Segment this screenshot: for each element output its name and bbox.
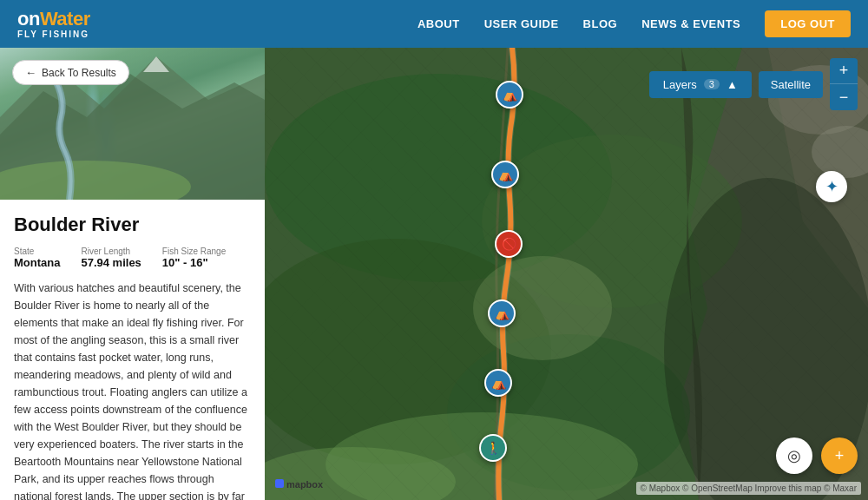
mapbox-logo: mapbox [275, 476, 327, 493]
length-label: River Length [81, 247, 141, 256]
plus-icon: + [835, 447, 845, 465]
back-button-label: Back To Results [42, 67, 116, 79]
main-nav: ABOUT USER GUIDE BLOG NEWS & EVENTS LOG … [418, 10, 851, 37]
satellite-button[interactable]: Satellite [759, 71, 823, 98]
stat-fish-size: Fish Size Range 10" - 16" [162, 247, 226, 269]
compass-button[interactable]: ✦ [816, 171, 847, 202]
map-marker-camping-2[interactable]: ⛺ [491, 161, 519, 188]
map-marker-camping-3[interactable]: ⛺ [488, 299, 516, 327]
info-section: Boulder River State Montana River Length… [0, 200, 265, 500]
add-button[interactable]: + [821, 438, 858, 474]
nav-user-guide[interactable]: USER GUIDE [484, 17, 559, 30]
bottom-right-controls: ◎ + [776, 438, 858, 474]
main-content: ← Back To Results Boulder River State Mo… [0, 48, 868, 500]
map-marker-hiking[interactable]: 🚶 [479, 434, 507, 462]
svg-text:mapbox: mapbox [286, 479, 324, 490]
layers-button[interactable]: Layers 3 ▲ [649, 71, 752, 98]
svg-rect-19 [275, 479, 284, 488]
map-controls-top: Layers 3 ▲ Satellite + − [649, 58, 858, 110]
zoom-out-button[interactable]: − [830, 84, 858, 110]
map-panel[interactable]: ⛺ ⛺ 🚫 ⛺ ⛺ 🚶 Layers 3 ▲ Satellite [265, 48, 868, 500]
river-title: Boulder River [14, 214, 251, 236]
state-value: Montana [14, 256, 60, 269]
logo-subtitle: FLY FISHING [17, 30, 90, 39]
map-marker-camping-4[interactable]: ⛺ [484, 369, 512, 397]
logout-button[interactable]: LOG OUT [765, 10, 851, 37]
state-label: State [14, 247, 60, 256]
stat-length: River Length 57.94 miles [81, 247, 141, 269]
river-image: ← Back To Results [0, 48, 265, 200]
layers-count: 3 [704, 79, 720, 89]
layers-chevron-icon: ▲ [727, 78, 738, 91]
fish-size-value: 10" - 16" [162, 256, 226, 269]
nav-blog[interactable]: BLOG [583, 17, 618, 30]
zoom-in-button[interactable]: + [830, 58, 858, 84]
zoom-controls: + − [830, 58, 858, 110]
left-panel: ← Back To Results Boulder River State Mo… [0, 48, 265, 500]
location-button[interactable]: ◎ [776, 438, 812, 474]
back-arrow-icon: ← [25, 66, 36, 79]
layers-label: Layers [663, 78, 697, 91]
length-value: 57.94 miles [81, 256, 141, 269]
logo-highlight: Water [40, 8, 90, 30]
nav-news-events[interactable]: NEWS & EVENTS [641, 17, 740, 30]
nav-about[interactable]: ABOUT [418, 17, 460, 30]
map-marker-camping-1[interactable]: ⛺ [496, 81, 523, 109]
location-icon: ◎ [787, 446, 801, 465]
river-description: With various hatches and beautiful scene… [14, 280, 251, 500]
stat-state: State Montana [14, 247, 60, 269]
mapbox-logo-svg: mapbox [275, 476, 327, 491]
fish-size-label: Fish Size Range [162, 247, 226, 256]
stats-row: State Montana River Length 57.94 miles F… [14, 247, 251, 269]
satellite-texture [265, 48, 868, 500]
map-marker-restricted[interactable]: 🚫 [495, 230, 523, 258]
compass-icon: ✦ [825, 177, 838, 196]
map-background [265, 48, 868, 500]
logo: onWater FLY FISHING [17, 9, 90, 39]
back-button[interactable]: ← Back To Results [12, 60, 129, 85]
logo-text: onWater [17, 9, 90, 30]
header: onWater FLY FISHING ABOUT USER GUIDE BLO… [0, 0, 868, 48]
map-attribution: © Mapbox © OpenStreetMap Improve this ma… [636, 482, 861, 495]
